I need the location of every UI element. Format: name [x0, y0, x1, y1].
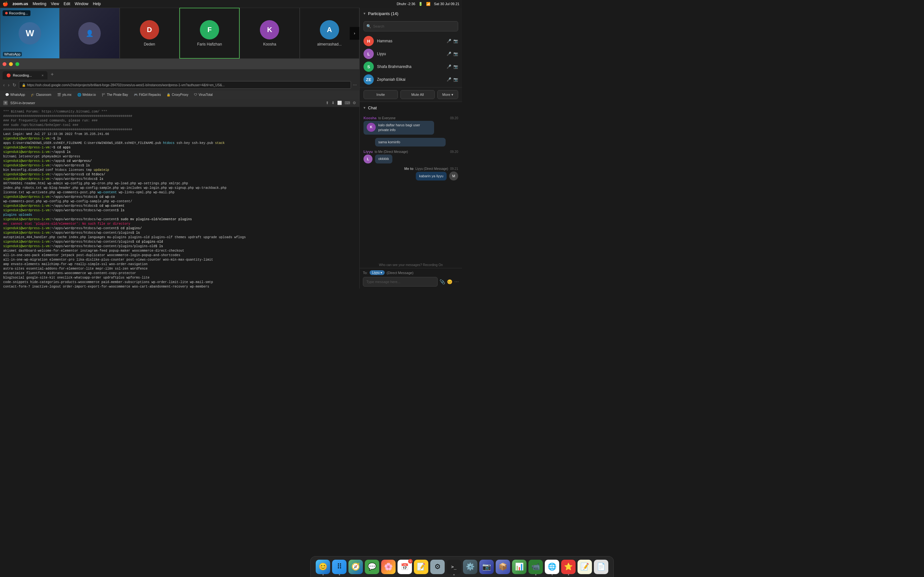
participant-name-whatsapp: WhatsApp	[3, 52, 22, 56]
chat-message-liyyu: Liyyu to Me (Direct Message) 09.20 L okk…	[363, 150, 458, 163]
browser-window: 🔴 Recording... × + ‹ › ↻ 🔒 https://ssh.c…	[0, 59, 359, 288]
virustotal-bookmark-icon: 🛡	[194, 93, 197, 97]
participant-icons-liyyu: 🎤 📷	[447, 52, 458, 56]
chat-section-title: Chat	[368, 105, 376, 110]
ssh-upload-icon[interactable]: ⬆	[326, 101, 329, 105]
back-button[interactable]: ‹	[3, 82, 5, 88]
tab-bar: 🔴 Recording... × +	[0, 69, 359, 79]
address-input[interactable]: 🔒 https://ssh.cloud.google.com/v2/ssh/pr…	[19, 81, 351, 89]
chat-sender-liyyu: Liyyu	[363, 150, 373, 153]
recording-label: Recording...	[9, 11, 28, 15]
participants-chevron-icon: ▾	[363, 11, 365, 16]
chat-sender-koosha: Koosha	[363, 116, 376, 120]
window-maximize-button[interactable]	[15, 62, 19, 66]
chat-message-input[interactable]: Type message here...	[363, 277, 438, 287]
menubar-wifi-icon: 📶	[426, 2, 431, 6]
refresh-button[interactable]: ↻	[12, 82, 17, 88]
window-minimize-button[interactable]	[9, 62, 13, 66]
browser-menu-button[interactable]: ⋯	[353, 83, 357, 87]
menu-help[interactable]: Help	[93, 2, 101, 6]
menu-view[interactable]: View	[51, 2, 59, 6]
ssh-settings-icon[interactable]: ⚙	[352, 101, 356, 105]
bookmark-yts[interactable]: 🎬 yts.mx	[55, 92, 74, 97]
participant-row-liyyu[interactable]: L Liyyu 🎤 📷	[360, 47, 462, 60]
new-tab-button[interactable]: +	[49, 71, 55, 77]
whatsapp-bookmark-icon: 💬	[5, 93, 9, 97]
chat-more-button[interactable]: ⋯	[454, 279, 459, 284]
chat-to-label: To:	[363, 271, 368, 275]
participant-tile-deden[interactable]: D Deden	[120, 8, 179, 59]
mute-all-button[interactable]: Mute All	[401, 90, 435, 99]
bookmark-whatsapp[interactable]: 💬 WhatsApp	[3, 92, 27, 97]
browser-titlebar	[0, 59, 359, 69]
chat-time-1: 09.20	[450, 116, 458, 120]
video-off-icon: 📷	[453, 39, 458, 43]
window-close-button[interactable]	[3, 62, 6, 66]
menubar-app-name[interactable]: zoom.us	[13, 2, 28, 6]
bookmark-classroom[interactable]: 🎓 Classroom	[28, 92, 54, 97]
croxyproxy-bookmark-icon: 🔒	[166, 93, 170, 97]
avatar-shafa: S	[363, 61, 374, 72]
participant-name-deden: Deden	[144, 42, 155, 47]
chat-emoji-button[interactable]: 😊	[447, 279, 452, 284]
chat-section-header[interactable]: ▾ Chat	[360, 102, 462, 113]
video-off-icon: 📷	[453, 77, 458, 82]
participant-name-zephaniah: Zephaniah Elikai	[377, 77, 443, 82]
address-bar: ‹ › ↻ 🔒 https://ssh.cloud.google.com/v2/…	[0, 79, 359, 90]
participant-row-shafa[interactable]: S Shafa Brahmaredha 🎤 📷	[360, 60, 462, 73]
avatar-me-chat: M	[449, 171, 458, 181]
participants-search[interactable]: 🔍 Search	[363, 21, 458, 31]
bookmark-fitgirl[interactable]: 🎮 FitGirl Repacks	[131, 92, 163, 97]
classroom-bookmark-icon: 🎓	[31, 93, 35, 97]
menu-meeting[interactable]: Meeting	[33, 2, 47, 6]
ssh-header: ⊞ SSH-in-browser ⬆ ⬇ ⬜ ⌨ ⚙	[0, 99, 359, 107]
bookmark-piratebay[interactable]: 🏴 The Pirate Bay	[99, 92, 131, 97]
chat-to-badge[interactable]: Liyyu ▾	[370, 270, 384, 275]
forward-button[interactable]: ›	[7, 82, 10, 88]
menubar-datetime: Sat 30 Jul 09.21	[434, 2, 459, 6]
chat-to-type: (Direct Message)	[387, 271, 414, 275]
participant-row-zephaniah[interactable]: ZE Zephaniah Elikai 🎤 📷	[360, 73, 462, 86]
chat-bubble-mine: kabarin ya liyyu	[416, 172, 447, 181]
menubar: 🍎 zoom.us Meeting View Edit Window Help …	[0, 0, 462, 8]
menubar-battery-icon: 🔋	[418, 2, 423, 6]
terminal-output[interactable]: *** Bitnami Forums: https://community.bi…	[0, 107, 359, 288]
menu-window[interactable]: Window	[75, 2, 89, 6]
participant-tile-koosha[interactable]: K Koosha	[240, 8, 299, 59]
participants-section: ▾ Participants (14) 🔍 Search H Hammas 🎤 …	[360, 8, 462, 102]
ssh-keyboard-icon[interactable]: ⌨	[344, 101, 350, 105]
search-placeholder: Search	[373, 24, 384, 28]
ssh-terminal-icon[interactable]: ⬜	[337, 101, 342, 105]
ssh-icon: ⊞	[3, 101, 8, 105]
tab-close-button[interactable]: ×	[42, 73, 44, 77]
participant-row-hammas[interactable]: H Hammas 🎤 📷	[360, 35, 462, 47]
active-tab[interactable]: 🔴 Recording... ×	[3, 71, 47, 79]
chat-bubble-liyyu: okkkkk	[375, 155, 393, 163]
chat-to-row: To: Liyyu ▾ (Direct Message)	[363, 270, 459, 275]
bookmark-webtor[interactable]: 🌐 Webtor.io	[75, 92, 99, 97]
video-off-icon: 📷	[453, 64, 458, 69]
participant-tile-faris[interactable]: F Faris Hafizhan	[179, 8, 240, 59]
bookmark-croxyproxy[interactable]: 🔒 CroxyProxy	[164, 92, 191, 97]
chat-time-2: 09.20	[450, 150, 458, 153]
next-participants-button[interactable]: ›	[350, 27, 359, 40]
bookmark-virustotal[interactable]: 🛡 VirusTotal	[192, 92, 215, 97]
video-off-icon: 📷	[453, 52, 458, 56]
participants-section-header[interactable]: ▾ Participants (14)	[360, 8, 462, 19]
menu-edit[interactable]: Edit	[63, 2, 70, 6]
tab-favicon-icon: 🔴	[6, 73, 11, 77]
chat-input-area: To: Liyyu ▾ (Direct Message) Type messag…	[360, 268, 462, 288]
mute-icon: 🎤	[447, 39, 451, 43]
bookmarks-bar: 💬 WhatsApp 🎓 Classroom 🎬 yts.mx 🌐 Webtor…	[0, 90, 359, 99]
chat-to-everyone: to Everyone	[378, 116, 395, 120]
chevron-down-small-icon: ▾	[381, 271, 382, 274]
avatar-liyyu-chat: L	[363, 155, 373, 163]
menubar-clock: Dhuhr -2:36	[397, 2, 415, 6]
ssh-download-icon[interactable]: ⬇	[331, 101, 334, 105]
invite-button[interactable]: Invite	[363, 90, 398, 99]
participant-tile-video[interactable]: 👤	[60, 8, 120, 59]
apple-logo-icon[interactable]: 🍎	[3, 1, 8, 6]
chat-message-kominfo: sama kominfo	[363, 138, 458, 147]
more-button[interactable]: More ▾	[437, 90, 458, 99]
chat-file-button[interactable]: 📎	[439, 279, 445, 284]
